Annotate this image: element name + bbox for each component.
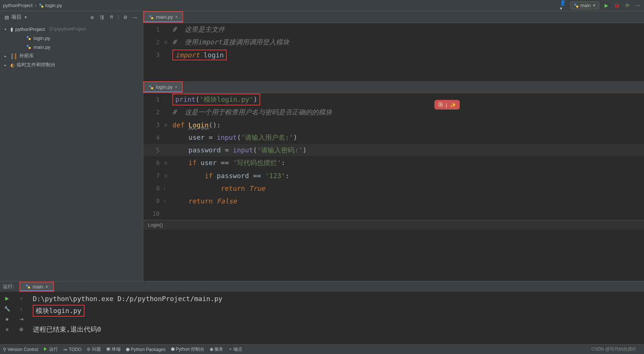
line-number: 5 [143,147,164,154]
editor-tabs-main: main.py × [143,11,644,23]
code-comment: # 这是一个用于检查用户名与密码是否正确的的模块 [172,108,332,116]
breadcrumb-function[interactable]: Login() [148,222,163,228]
tree-item-label: main.py [34,44,51,50]
bottombar-pyconsole[interactable]: ⬢ Python 控制台 [171,346,204,353]
stop-button[interactable]: ■ [4,316,10,322]
run-with-coverage-icon[interactable]: ⟳ [624,2,631,9]
locate-icon[interactable]: ⊕ [89,14,96,20]
output-line-highlighted: 模块login.py [33,305,85,317]
editor-breadcrumb: Login() [143,220,644,230]
line-number: 4 [143,134,164,141]
bottombar-problems[interactable]: ⊘ 问题 [87,346,101,353]
tab-loginpy[interactable]: login.py × [143,81,183,93]
fold-handle[interactable]: ⊟ [164,161,170,165]
tree-item-label: 临时文件和控制台 [17,61,55,68]
chevron-down-icon: ▼ [592,3,596,7]
collapse-all-icon[interactable]: ⇈ [108,14,115,20]
chevron-down-icon[interactable]: ▼ [24,15,28,19]
tab-mainpy[interactable]: main.py × [143,11,183,23]
svg-rect-12 [26,285,28,287]
line-number: 10 [143,210,164,217]
run-config-selector[interactable]: main ▼ [570,1,599,9]
layout-icon[interactable]: ≡ [4,326,10,333]
bottombar-run[interactable]: ▶ 运行 [43,346,58,353]
run-tab-label: main [33,284,43,290]
breadcrumb-file[interactable]: login.py [45,3,62,8]
scratch-icon: ◐ [10,62,15,68]
breadcrumb-root[interactable]: pythonProject [3,3,33,8]
svg-rect-5 [29,38,31,40]
fold-handle[interactable]: ⊟ [164,174,170,178]
line-number: 3 [143,51,164,59]
code-string: '模块login.py' [200,95,253,103]
ai-assistant-badge[interactable]: Ⓐ | ✨ [434,100,460,110]
soft-wrap-icon[interactable]: ⇥ [18,316,25,322]
bottom-tool-bar: ⚲ Version Control ▶ 运行 ≔ TODO ⊘ 问题 ▣ 终端 … [0,344,644,354]
code-keyword: if [172,159,201,167]
minimize-icon[interactable]: — [132,14,138,20]
svg-rect-11 [151,87,153,89]
tree-file-main[interactable]: main.py [0,42,143,51]
run-button[interactable]: ▶ [603,2,610,9]
add-user-icon[interactable]: 👤▾ [560,2,567,9]
bottombar-todo[interactable]: ≔ TODO [63,347,82,352]
close-icon[interactable]: × [45,284,48,290]
code-keyword: def [172,121,188,129]
code-builtin: print [175,95,195,103]
svg-rect-6 [27,45,29,47]
tree-external-libs[interactable]: ▸ ║║ 外部库 [0,51,143,60]
svg-rect-7 [29,47,31,49]
fold-handle[interactable]: ⊟ [164,40,170,44]
tree-project-root[interactable]: ▾ ▮ pythonProject D:\p\pythonProject [0,25,143,34]
run-tool-window: 运行: main × ▶ 🔧 ■ ≡ ↑ ↓ ⇥ ⟱ D:\python\pyt… [0,281,644,344]
run-panel-label: 运行: [3,283,14,290]
python-icon [574,3,579,8]
gear-icon[interactable]: ⚙ [122,14,129,20]
svg-rect-1 [41,6,43,7]
bottombar-vcs[interactable]: ⚲ Version Control [3,347,38,352]
down-icon[interactable]: ↓ [18,305,25,312]
close-icon[interactable]: × [175,85,178,90]
tree-scratches[interactable]: ▸ ◐ 临时文件和控制台 [0,60,143,69]
run-config-name: main [580,3,591,8]
editor-login[interactable]: 1 print('模块login.py') 2 # 这是一个用于检查用户名与密码… [143,93,644,220]
code-builtin: input [233,146,253,154]
output-line: D:\python\python.exe D:/p/pythonProject/… [33,295,640,303]
python-file-icon [26,44,31,50]
close-icon[interactable]: × [175,15,178,20]
code-builtin: input [217,133,237,141]
line-number: 1 [143,26,164,33]
rerun-button[interactable]: ▶ [4,295,10,301]
bottombar-endpoints[interactable]: ⚬ 端点 [229,346,242,353]
bottombar-services[interactable]: ◉ 服务 [210,346,223,353]
up-icon[interactable]: ↑ [18,295,25,301]
line-number: 1 [143,96,164,103]
bottombar-packages[interactable]: ⬢ Python Packages [126,347,166,352]
expand-all-icon[interactable]: ⇶ [99,14,105,20]
ai-icon: Ⓐ [438,101,443,108]
fold-handle[interactable]: ⊟ [164,123,170,127]
run-output[interactable]: D:\python\python.exe D:/p/pythonProject/… [28,292,644,344]
debug-button[interactable]: 🐞 [613,2,620,9]
more-icon[interactable]: ⋯ [634,2,641,9]
code-constant: True [249,184,265,192]
tree-file-login[interactable]: login.py [0,34,143,42]
tab-label: login.py [156,84,173,90]
line-number: 7 [143,172,164,179]
code-string: '123' [265,172,285,180]
folder-icon: ▮ [10,26,13,32]
project-name: pythonProject [15,26,45,32]
chevron-right-icon: › [35,3,36,8]
bottombar-terminal[interactable]: ▣ 终端 [106,346,121,353]
editor-tabs-login: login.py × [143,81,644,93]
magic-wand-icon: ✨ [450,102,456,108]
tree-item-label: login.py [34,35,50,41]
editor-main[interactable]: 1 # 这里是主文件 2 ⊟ # 使用import直接调用调用登入模块 3 im… [143,23,644,74]
wrench-icon[interactable]: 🔧 [4,305,10,312]
line-number: 9 [143,197,164,205]
scroll-end-icon[interactable]: ⟱ [18,326,25,333]
code-constant: False [217,197,237,205]
run-tab-main[interactable]: main × [20,282,54,291]
watermark: CSDN @写代码也摆烂 [591,346,641,353]
fold-end: ⌊ [164,199,170,203]
